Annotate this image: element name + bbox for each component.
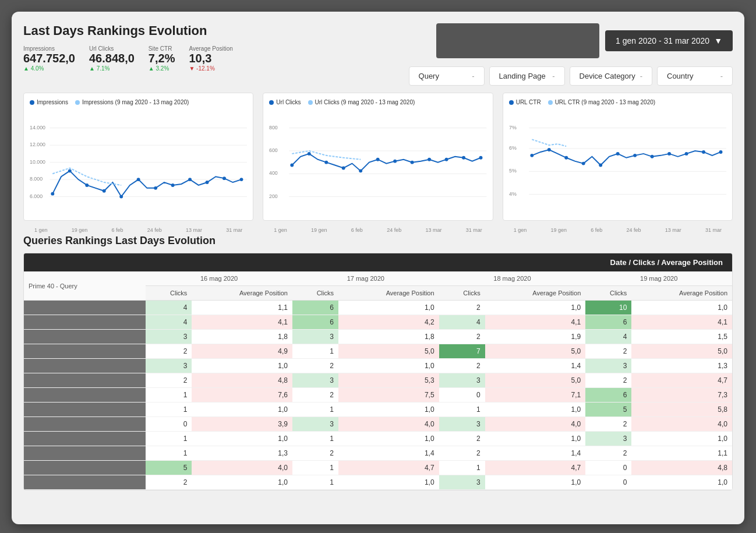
svg-text:6%: 6% (509, 145, 517, 151)
filter-label: Landing Page (499, 72, 546, 80)
filter-dash: - (720, 72, 723, 80)
svg-text:600: 600 (269, 147, 278, 153)
d2-pos: 1,8 (338, 330, 439, 344)
d3-pos: 5,0 (485, 373, 586, 388)
d2-clicks: 2 (292, 446, 338, 461)
data-table: Prime 40 - Query 16 mag 2020 17 mag 2020… (24, 271, 732, 490)
svg-text:4%: 4% (509, 191, 517, 197)
impressions-x-labels: 1 gen19 gen6 feb24 feb13 mar31 mar (30, 227, 247, 233)
d4-clicks: 4 (585, 330, 631, 344)
chart-impressions: Impressions Impressions (9 mag 2020 - 13… (23, 93, 253, 221)
svg-point-38 (428, 158, 431, 161)
chart-urlclicks-legend: Url Clicks Url Clicks (9 mag 2020 - 13 m… (269, 99, 486, 105)
d4-pos: 1,5 (631, 330, 732, 344)
metric-item: Impressions 647.752,0 ▲ 4.0% (23, 45, 75, 72)
d1-clicks: 4 (146, 315, 192, 330)
filter-btn-filter-country[interactable]: Country- (657, 66, 733, 86)
d1-clicks: 1 (146, 388, 192, 403)
d1-clicks: 1 (146, 403, 192, 417)
chart-urlclicks: Url Clicks Url Clicks (9 mag 2020 - 13 m… (263, 93, 493, 221)
d1-pos: 4,0 (192, 461, 292, 475)
header-right: 1 gen 2020 - 31 mar 2020 ▼ Query-Landing… (409, 23, 733, 86)
d4-pos: 4,0 (631, 417, 732, 432)
d1-pos: 4,1 (192, 315, 292, 330)
svg-text:5%: 5% (509, 168, 517, 174)
query-cell (24, 344, 146, 359)
d4-pos: 1,0 (631, 475, 732, 490)
col-d3-pos: Average Position (485, 286, 586, 301)
svg-text:200: 200 (269, 193, 278, 199)
d2-pos: 5,3 (338, 373, 439, 388)
d4-pos: 5,0 (631, 344, 732, 359)
query-cell (24, 359, 146, 373)
metric-label: Average Position (189, 45, 232, 52)
d3-clicks: 2 (439, 446, 485, 461)
filters-row: Query-Landing Page-Device Category-Count… (409, 66, 733, 86)
d2-pos: 5,0 (338, 344, 439, 359)
d1-clicks: 4 (146, 301, 192, 315)
d1-clicks: 2 (146, 373, 192, 388)
col-d2-clicks: Clicks (292, 286, 338, 301)
svg-text:7%: 7% (509, 125, 517, 130)
d4-pos: 4,7 (631, 373, 732, 388)
d4-pos: 1,3 (631, 359, 732, 373)
svg-text:6.000: 6.000 (30, 193, 43, 199)
metric-label: Site CTR (149, 45, 175, 52)
date-group-row: Prime 40 - Query 16 mag 2020 17 mag 2020… (24, 271, 732, 286)
d1-pos: 1,0 (192, 403, 292, 417)
date-range-button[interactable]: 1 gen 2020 - 31 mar 2020 ▼ (605, 30, 733, 51)
d4-clicks: 6 (585, 315, 631, 330)
d1-clicks: 5 (146, 461, 192, 475)
d3-clicks: 7 (439, 344, 485, 359)
col-d2-pos: Average Position (338, 286, 439, 301)
urlctr-x-labels: 1 gen19 gen6 feb24 feb13 mar31 mar (509, 227, 726, 233)
d3-clicks: 1 (439, 403, 485, 417)
svg-point-52 (564, 156, 568, 160)
d2-pos: 7,5 (338, 388, 439, 403)
d1-pos: 3,9 (192, 417, 292, 432)
svg-point-21 (240, 178, 243, 181)
table-title: Queries Rankings Last Days Evolution (23, 235, 733, 247)
d2-pos: 1,4 (338, 446, 439, 461)
table-row: 0 3,9 3 4,0 3 4,0 2 4,0 (24, 417, 732, 432)
query-cell (24, 301, 146, 315)
d3-clicks: 3 (439, 417, 485, 432)
table-row: 3 1,0 2 1,0 2 1,4 3 1,3 (24, 359, 732, 373)
svg-point-12 (85, 183, 89, 187)
d3-clicks: 3 (439, 475, 485, 490)
date-group-3: 18 mag 2020 (439, 271, 586, 286)
svg-point-18 (188, 178, 192, 181)
d4-pos: 1,1 (631, 446, 732, 461)
date-group-2: 17 mag 2020 (292, 271, 439, 286)
d4-clicks: 3 (585, 432, 631, 446)
d3-pos: 1,0 (485, 475, 586, 490)
svg-point-53 (581, 162, 585, 165)
metric-value: 46.848,0 (89, 52, 135, 65)
svg-point-15 (137, 178, 140, 181)
title-area: Last Days Rankings Evolution Impressions… (23, 23, 409, 72)
d1-clicks: 2 (146, 344, 192, 359)
metric-item: Average Position 10,3 ▼ -12.1% (189, 45, 232, 72)
header-section: Last Days Rankings Evolution Impressions… (23, 23, 733, 86)
filter-btn-filter-device[interactable]: Device Category- (570, 66, 652, 86)
d1-pos: 4,9 (192, 344, 292, 359)
svg-text:8.000: 8.000 (30, 176, 43, 182)
d2-clicks: 1 (292, 461, 338, 475)
query-cell (24, 403, 146, 417)
d2-clicks: 2 (292, 359, 338, 373)
d1-clicks: 1 (146, 446, 192, 461)
metric-value: 10,3 (189, 52, 232, 65)
filter-btn-filter-landing[interactable]: Landing Page- (489, 66, 565, 86)
filter-btn-filter-query[interactable]: Query- (409, 66, 485, 86)
d3-clicks: 4 (439, 315, 485, 330)
svg-point-30 (291, 164, 294, 167)
metric-change: ▲ 7.1% (89, 65, 135, 72)
legend-impressions-compare: Impressions (9 mag 2020 - 13 mag 2020) (75, 99, 189, 105)
metric-change: ▲ 4.0% (23, 65, 75, 72)
svg-point-31 (308, 152, 311, 156)
d3-clicks: 2 (439, 359, 485, 373)
d2-pos: 1,0 (338, 475, 439, 490)
svg-point-40 (462, 156, 465, 160)
d1-clicks: 1 (146, 432, 192, 446)
urlctr-chart-svg: 7% 6% 5% 4% (509, 109, 726, 224)
